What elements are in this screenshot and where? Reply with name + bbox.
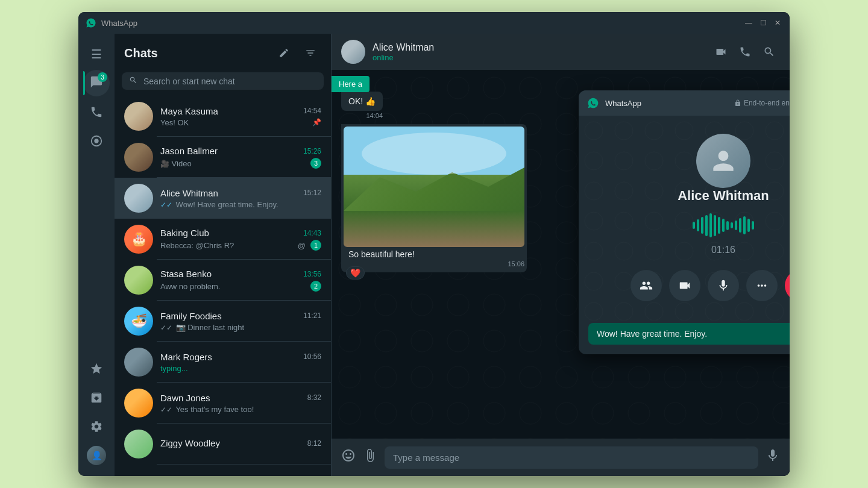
name-row-mark: Mark Rogers 10:56 xyxy=(160,352,321,362)
chat-item-mark[interactable]: Mark Rogers 10:56 typing... xyxy=(115,342,331,383)
chat-time-family: 11:21 xyxy=(303,311,321,320)
chat-list: Maya Kasuma 14:54 Yes! OK 📌 Ja xyxy=(115,96,331,476)
wave-bar-10 xyxy=(731,222,733,228)
nav-profile[interactable]: 👤 xyxy=(83,442,110,469)
call-overlay: WhatsApp End-to-end endcrypted — ☐ ✕ xyxy=(579,90,790,354)
chat-header: Alice Whitman online xyxy=(332,34,790,70)
sidebar-header-icons xyxy=(273,42,321,64)
chat-item-baking[interactable]: 🎂 Baking Club 14:43 Rebecca: @Chris R? @… xyxy=(115,219,331,260)
name-row-baking: Baking Club 14:43 xyxy=(160,228,321,238)
chats-badge: 3 xyxy=(98,72,107,82)
wave-bar-11 xyxy=(735,221,737,230)
nav-menu[interactable]: ☰ xyxy=(83,41,110,67)
search-input-wrap[interactable] xyxy=(122,72,324,90)
call-more-button[interactable] xyxy=(746,270,778,301)
chat-item-dawn[interactable]: Dawn Jones 8:32 ✓✓ Yes that's my fave to… xyxy=(115,383,331,424)
chat-name-jason: Jason Ballmer xyxy=(160,146,218,156)
title-bar: WhatsApp — ☐ ✕ xyxy=(78,12,790,34)
message-bubble-image: So beautiful here! 15:06 ❤️ xyxy=(341,124,527,272)
wave-bar-9 xyxy=(726,221,729,230)
avatar-maya xyxy=(124,102,153,131)
mention-icon: @ xyxy=(298,241,306,250)
chat-item-maya[interactable]: Maya Kasuma 14:54 Yes! OK 📌 xyxy=(115,96,331,137)
unread-badge-stasa: 2 xyxy=(310,281,321,292)
video-call-button[interactable] xyxy=(710,41,732,63)
image-caption: So beautiful here! xyxy=(344,247,524,259)
message-image: So beautiful here! 15:06 ❤️ xyxy=(341,124,527,272)
call-video-button[interactable] xyxy=(669,270,700,301)
chat-time-jason: 15:26 xyxy=(303,147,321,155)
chat-item-jason[interactable]: Jason Ballmer 15:26 🎥 Video 3 xyxy=(115,137,331,178)
message-footer-ok: 14:04 xyxy=(341,112,383,119)
svg-point-1 xyxy=(94,139,98,143)
wave-bar-13 xyxy=(743,216,746,234)
call-timer: 01:16 xyxy=(711,245,735,255)
call-mute-button[interactable] xyxy=(708,270,739,301)
chat-info-mark: Mark Rogers 10:56 typing... xyxy=(160,352,321,373)
avatar-dawn xyxy=(124,389,153,418)
window-controls: — ☐ ✕ xyxy=(744,18,782,28)
chat-name-mark: Mark Rogers xyxy=(160,352,212,362)
filter-button[interactable] xyxy=(300,42,321,64)
call-message-text: Wow! Have great time. Enjoy. xyxy=(597,329,707,339)
chat-name-family: Family Foodies xyxy=(160,311,222,321)
emoji-button[interactable] xyxy=(341,448,356,466)
chat-name-stasa: Stasa Benko xyxy=(160,269,212,279)
chat-item-ziggy[interactable]: Ziggy Woodley 8:12 xyxy=(115,424,331,465)
search-bar xyxy=(115,70,331,96)
call-whatsapp-logo xyxy=(587,97,599,109)
ticks-family: ✓✓ xyxy=(160,324,172,332)
chat-preview-alice: ✓✓ Wow! Have great time. Enjoy. xyxy=(160,200,321,209)
ticks-dawn: ✓✓ xyxy=(160,405,172,414)
unread-badge-jason: 3 xyxy=(310,158,321,169)
chat-preview-mark: typing... xyxy=(160,364,321,373)
search-input[interactable] xyxy=(143,77,316,86)
message-input[interactable] xyxy=(385,446,758,469)
voice-call-button[interactable] xyxy=(734,41,756,63)
chat-info-alice: Alice Whitman 15:12 ✓✓ Wow! Have great t… xyxy=(160,188,321,209)
avatar-stasa xyxy=(124,266,153,295)
nav-starred[interactable] xyxy=(83,355,110,382)
waveform xyxy=(693,213,754,237)
search-chat-button[interactable] xyxy=(758,41,780,63)
minimize-button[interactable]: — xyxy=(744,18,753,28)
preview-row-family: ✓✓ 📷 Dinner last night xyxy=(160,323,321,332)
ticks-alice: ✓✓ xyxy=(160,201,172,209)
nav-chats[interactable]: 3 xyxy=(83,70,110,96)
wave-bar-8 xyxy=(722,219,725,232)
chat-item-family[interactable]: 🍜 Family Foodies 11:21 ✓✓ 📷 Dinner last … xyxy=(115,301,331,342)
preview-row-dawn: ✓✓ Yes that's my fave too! xyxy=(160,405,321,414)
voice-message-button[interactable] xyxy=(766,448,780,466)
chat-item-stasa[interactable]: Stasa Benko 13:56 Aww no problem. 2 xyxy=(115,260,331,301)
new-chat-button[interactable] xyxy=(273,42,295,64)
mountain-image xyxy=(344,127,524,247)
end-call-button[interactable] xyxy=(785,270,790,301)
maximize-button[interactable]: ☐ xyxy=(758,18,768,28)
call-app-name: WhatsApp xyxy=(605,99,728,108)
nav-status[interactable] xyxy=(83,128,110,154)
chat-time-ziggy: 8:12 xyxy=(307,439,321,448)
nav-archived[interactable] xyxy=(83,384,110,411)
chat-name-alice: Alice Whitman xyxy=(160,188,218,198)
avatar-jason xyxy=(124,143,153,172)
nav-settings[interactable] xyxy=(83,413,110,440)
participants-button[interactable] xyxy=(631,270,662,301)
wave-bar-3 xyxy=(701,217,703,234)
chat-info-maya: Maya Kasuma 14:54 Yes! OK 📌 xyxy=(160,106,321,127)
preview-row-baking: Rebecca: @Chris R? @ 1 xyxy=(160,240,321,251)
attach-button[interactable] xyxy=(363,448,377,466)
chat-header-actions xyxy=(710,41,780,63)
call-encryption: End-to-end endcrypted xyxy=(734,99,790,107)
sidebar-header: Chats xyxy=(115,34,331,70)
sidebar-title: Chats xyxy=(124,46,158,60)
chat-preview-stasa: Aww no problem. xyxy=(160,282,308,291)
wave-bar-4 xyxy=(705,215,708,236)
chat-preview-maya: Yes! OK xyxy=(160,118,312,127)
name-row-ziggy: Ziggy Woodley 8:12 xyxy=(160,438,321,448)
close-button[interactable]: ✕ xyxy=(773,18,782,28)
nav-calls[interactable] xyxy=(83,99,110,125)
search-icon xyxy=(129,76,137,86)
call-contact-name: Alice Whitman xyxy=(678,188,769,204)
call-message-bubble: Wow! Have great time. Enjoy. 15:12 ✓✓ xyxy=(588,323,790,345)
chat-item-alice[interactable]: Alice Whitman 15:12 ✓✓ Wow! Have great t… xyxy=(115,178,331,219)
